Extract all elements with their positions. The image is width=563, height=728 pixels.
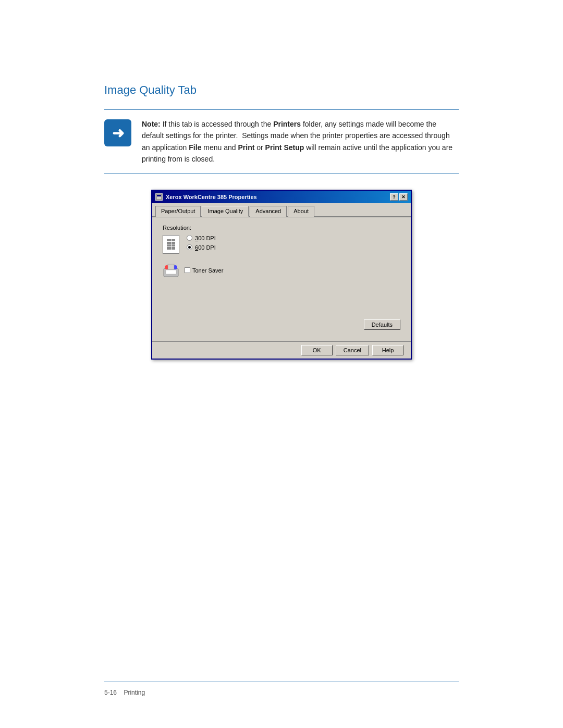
help-button[interactable]: Help bbox=[372, 345, 403, 355]
footer-page-ref: 5-16 Printing bbox=[104, 689, 145, 696]
toner-saver-icon bbox=[163, 263, 179, 278]
titlebar-buttons: ? ✕ bbox=[390, 193, 408, 201]
arrow-icon: ➜ bbox=[112, 125, 124, 142]
win-dialog: Xerox WorkCentre 385 Properties ? ✕ Pape… bbox=[151, 190, 412, 360]
page-container: Image Quality Tab ➜ Note: If this tab is… bbox=[0, 0, 563, 728]
bold-print: Print bbox=[238, 143, 254, 152]
toner-saver-checkbox[interactable] bbox=[185, 267, 190, 273]
footer-divider bbox=[104, 682, 459, 682]
note-text: Note: If this tab is accessed through th… bbox=[142, 118, 459, 165]
svg-rect-1 bbox=[157, 195, 161, 196]
radio-300-row: 300 DPI bbox=[187, 235, 216, 241]
bold-printers: Printers bbox=[273, 120, 301, 128]
top-divider bbox=[104, 109, 459, 110]
content-spacer bbox=[163, 278, 400, 319]
tab-paper-output[interactable]: Paper/Output bbox=[155, 206, 201, 217]
page-footer: 5-16 Printing bbox=[0, 682, 563, 697]
content-area: Image Quality Tab ➜ Note: If this tab is… bbox=[0, 83, 563, 360]
bold-file: File bbox=[189, 143, 201, 152]
section-heading: Image Quality Tab bbox=[104, 83, 459, 97]
toner-checkbox-row: Toner Saver bbox=[185, 267, 223, 274]
dialog-icon bbox=[155, 193, 163, 201]
close-titlebar-button[interactable]: ✕ bbox=[399, 193, 408, 201]
toner-saver-label: Toner Saver bbox=[192, 267, 223, 274]
defaults-button[interactable]: Defaults bbox=[364, 319, 400, 330]
svg-rect-7 bbox=[168, 264, 174, 269]
note-icon: ➜ bbox=[104, 119, 131, 146]
radio-300-dpi[interactable] bbox=[187, 235, 192, 241]
titlebar-left: Xerox WorkCentre 385 Properties bbox=[155, 193, 257, 201]
note-label: Note: bbox=[142, 120, 161, 128]
toner-saver-row: Toner Saver bbox=[163, 263, 400, 278]
win-titlebar: Xerox WorkCentre 385 Properties ? ✕ bbox=[152, 191, 411, 203]
radio-600-dpi[interactable] bbox=[187, 244, 192, 250]
tab-advanced[interactable]: Advanced bbox=[250, 206, 287, 217]
resolution-label: Resolution: bbox=[163, 225, 400, 231]
tab-about[interactable]: About bbox=[288, 206, 314, 217]
radio-300-label: 300 DPI bbox=[195, 235, 216, 241]
help-titlebar-button[interactable]: ? bbox=[390, 193, 398, 201]
defaults-row: Defaults bbox=[163, 319, 400, 330]
radio-group: 300 DPI 600 DPI bbox=[187, 235, 216, 251]
tab-image-quality[interactable]: Image Quality bbox=[202, 206, 249, 217]
tab-strip: Paper/Output Image Quality Advanced Abou… bbox=[152, 203, 411, 217]
bold-print-setup: Print Setup bbox=[265, 143, 304, 152]
dialog-content: Resolution: bbox=[152, 217, 411, 341]
cancel-button[interactable]: Cancel bbox=[336, 345, 369, 355]
note-block: ➜ Note: If this tab is accessed through … bbox=[104, 118, 459, 174]
top-margin bbox=[0, 0, 563, 83]
svg-rect-3 bbox=[166, 270, 176, 274]
radio-600-row: 600 DPI bbox=[187, 244, 216, 251]
resolution-icon bbox=[163, 235, 179, 254]
resolution-group: 300 DPI 600 DPI bbox=[163, 235, 400, 254]
radio-600-label: 600 DPI bbox=[195, 244, 216, 251]
dialog-title: Xerox WorkCentre 385 Properties bbox=[166, 194, 257, 200]
ok-button[interactable]: OK bbox=[301, 345, 333, 355]
dialog-container: Xerox WorkCentre 385 Properties ? ✕ Pape… bbox=[104, 190, 459, 360]
bottom-button-bar: OK Cancel Help bbox=[152, 341, 411, 359]
